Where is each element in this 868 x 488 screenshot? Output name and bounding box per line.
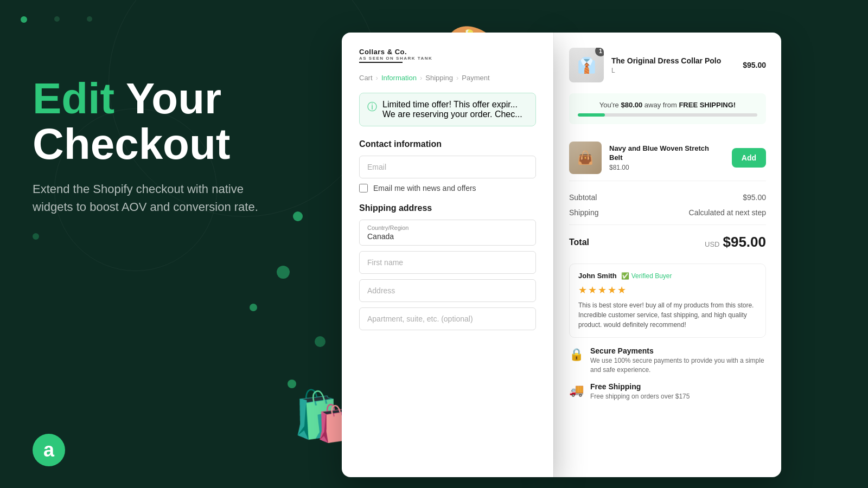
trust-secure-payments: 🔒 Secure Payments We use 100% secure pay… (569, 346, 766, 375)
headline-edit: Edit (33, 74, 114, 123)
email-checkbox-label[interactable]: Email me with news and offers (373, 184, 476, 192)
form-inner: Collars & Co. AS SEEN ON SHARK TANK Cart… (342, 33, 553, 477)
sep-1: › (376, 74, 378, 82)
subtotal-row: Subtotal $95.00 (569, 190, 766, 205)
headline-section: Edit YourCheckout Extend the Shopify che… (33, 76, 320, 216)
shipping-value: Calculated at next step (689, 208, 766, 217)
lock-icon: 🔒 (569, 348, 584, 362)
grand-total-right: USD$95.00 (705, 234, 766, 251)
shipping-progress-track (578, 113, 757, 117)
trust-shipping-title: Free Shipping (590, 382, 690, 391)
upsell-item: 👜 Navy and Blue Woven Stretch Belt $81.0… (569, 135, 766, 181)
breadcrumb-payment: Payment (462, 74, 489, 82)
sep-3: › (456, 74, 458, 82)
shipping-section-heading: Shipping address (359, 203, 536, 213)
app-logo-icon: a (33, 434, 65, 466)
svg-text:a: a (43, 439, 55, 461)
subtotal-value: $95.00 (743, 193, 766, 202)
free-shipping-text: You're $80.00 away from FREE SHIPPING! (578, 101, 757, 109)
country-field[interactable]: Country/Region Canada (359, 220, 536, 246)
trust-shipping-desc: Free shipping on orders over $175 (590, 392, 690, 401)
breadcrumb-information: Information (381, 74, 417, 82)
checkout-form-panel: Collars & Co. AS SEEN ON SHARK TANK Cart… (342, 33, 553, 477)
subtotal-label: Subtotal (569, 193, 597, 202)
sub-headline: Extend the Shopify checkout with native … (33, 180, 260, 216)
grand-currency: USD (705, 240, 719, 248)
brand-subtitle: AS SEEN ON SHARK TANK (359, 56, 536, 61)
item-variant: L (611, 67, 735, 74)
item-price: $95.00 (743, 61, 766, 69)
timer-title: Limited time offer! This offer expir... (382, 100, 522, 110)
trust-free-shipping: 🚚 Free Shipping Free shipping on orders … (569, 382, 766, 401)
upsell-add-button[interactable]: Add (732, 148, 766, 168)
upsell-image: 👜 (569, 142, 602, 174)
first-name-input[interactable] (359, 251, 536, 274)
verified-label: Verified Buyer (631, 272, 672, 280)
grand-total-label: Total (569, 237, 589, 247)
free-shipping-bar: You're $80.00 away from FREE SHIPPING! (569, 93, 766, 124)
brand-logo: Collars & Co. AS SEEN ON SHARK TANK (359, 48, 536, 63)
grand-total-value: $95.00 (723, 234, 766, 250)
sep-2: › (420, 74, 422, 82)
item-name: The Original Dress Collar Polo (611, 56, 735, 66)
order-summary-panel: 👔 1 The Original Dress Collar Polo L $95… (553, 33, 781, 477)
reviewer-row: John Smith ✅ Verified Buyer (578, 272, 757, 280)
item-info: The Original Dress Collar Polo L (611, 56, 735, 74)
upsell-img-placeholder: 👜 (569, 142, 602, 174)
apt-input[interactable] (359, 307, 536, 330)
breadcrumb: Cart › Information › Shipping › Payment (359, 74, 536, 82)
shipping-row: Shipping Calculated at next step (569, 205, 766, 220)
shipping-label: Shipping (569, 208, 599, 217)
country-value: Canada (367, 232, 528, 241)
totals-divider (569, 224, 766, 225)
item-image: 👔 1 (569, 48, 604, 82)
upsell-info: Navy and Blue Woven Stretch Belt $81.00 (609, 144, 724, 172)
trust-secure-desc: We use 100% secure payments to provide y… (590, 356, 766, 375)
breadcrumb-shipping: Shipping (425, 74, 453, 82)
shipping-progress-fill (578, 113, 605, 117)
truck-icon: 🚚 (569, 383, 584, 397)
order-item: 👔 1 The Original Dress Collar Polo L $95… (569, 48, 766, 82)
summary-inner: 👔 1 The Original Dress Collar Polo L $95… (554, 33, 781, 477)
contact-section-heading: Contact information (359, 139, 536, 149)
reviewer-name: John Smith (578, 272, 617, 280)
trust-secure-info: Secure Payments We use 100% secure payme… (590, 346, 766, 375)
trust-shipping-info: Free Shipping Free shipping on orders ov… (590, 382, 690, 401)
upsell-name: Navy and Blue Woven Stretch Belt (609, 144, 724, 163)
review-stars: ★★★★★ (578, 284, 757, 296)
review-text: This is best store ever! buy all of my p… (578, 300, 757, 330)
timer-content: Limited time offer! This offer expir... … (382, 100, 522, 119)
free-shipping-label: FREE SHIPPING! (679, 101, 736, 109)
verified-badge: ✅ Verified Buyer (621, 272, 672, 280)
verified-check-icon: ✅ (621, 272, 629, 280)
brand-underline (359, 62, 403, 63)
shipping-amount: $80.00 (621, 101, 642, 109)
country-label: Country/Region (367, 224, 528, 231)
address-input[interactable] (359, 279, 536, 302)
timer-icon: ⓘ (367, 100, 377, 113)
trust-secure-title: Secure Payments (590, 346, 766, 355)
breadcrumb-cart: Cart (359, 74, 373, 82)
review-card: John Smith ✅ Verified Buyer ★★★★★ This i… (569, 264, 766, 338)
brand-name: Collars & Co. (359, 48, 536, 56)
bottom-logo: a (33, 434, 320, 466)
right-area: Collars & Co. AS SEEN ON SHARK TANK Cart… (342, 0, 868, 488)
email-input[interactable] (359, 156, 536, 178)
grand-total-row: Total USD$95.00 (569, 229, 766, 255)
totals-section: Subtotal $95.00 Shipping Calculated at n… (569, 190, 766, 255)
timer-subtitle: We are reserving your order. Chec... (382, 110, 522, 119)
main-headline: Edit YourCheckout (33, 76, 320, 167)
upsell-price: $81.00 (609, 164, 724, 171)
email-checkbox-row: Email me with news and offers (359, 184, 536, 192)
email-checkbox[interactable] (359, 184, 368, 192)
timer-banner: ⓘ Limited time offer! This offer expir..… (359, 93, 536, 126)
